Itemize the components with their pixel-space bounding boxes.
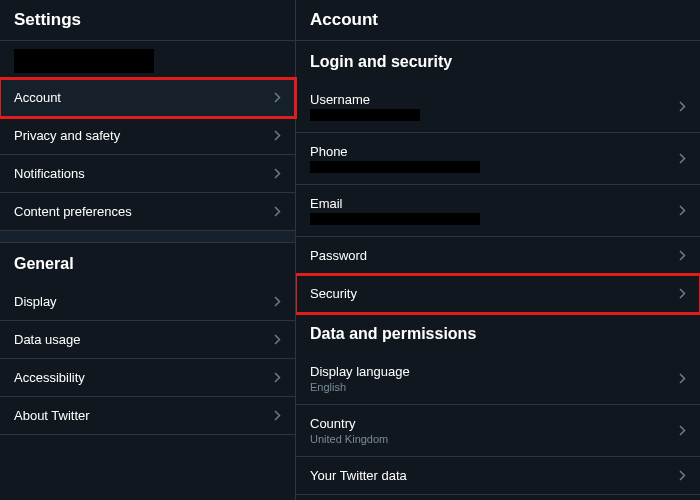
chevron-right-icon bbox=[274, 168, 281, 179]
row-display-language[interactable]: Display language English bbox=[296, 353, 700, 405]
sidebar-item-data-usage[interactable]: Data usage bbox=[0, 321, 295, 359]
sidebar-item-label: Privacy and safety bbox=[14, 128, 120, 143]
chevron-right-icon bbox=[679, 101, 686, 112]
general-title: General bbox=[0, 243, 295, 283]
row-content: Country United Kingdom bbox=[310, 416, 388, 445]
row-country[interactable]: Country United Kingdom bbox=[296, 405, 700, 457]
row-label: Password bbox=[310, 248, 367, 263]
row-content: Username bbox=[310, 92, 420, 121]
chevron-right-icon bbox=[274, 334, 281, 345]
row-security[interactable]: Security bbox=[296, 275, 700, 313]
sidebar-item-label: Accessibility bbox=[14, 370, 85, 385]
sidebar-item-accessibility[interactable]: Accessibility bbox=[0, 359, 295, 397]
row-username[interactable]: Username bbox=[296, 81, 700, 133]
chevron-right-icon bbox=[274, 410, 281, 421]
row-label: Your Twitter data bbox=[310, 468, 407, 483]
chevron-right-icon bbox=[679, 205, 686, 216]
redacted-value bbox=[310, 109, 420, 121]
row-content: Display language English bbox=[310, 364, 410, 393]
chevron-right-icon bbox=[679, 153, 686, 164]
chevron-right-icon bbox=[274, 296, 281, 307]
row-your-twitter-data[interactable]: Your Twitter data bbox=[296, 457, 700, 495]
row-phone[interactable]: Phone bbox=[296, 133, 700, 185]
section-gap bbox=[0, 231, 295, 243]
sidebar-item-privacy[interactable]: Privacy and safety bbox=[0, 117, 295, 155]
row-sub: English bbox=[310, 381, 410, 393]
row-content: Email bbox=[310, 196, 480, 225]
redacted-value bbox=[310, 161, 480, 173]
row-label: Username bbox=[310, 92, 420, 107]
chevron-right-icon bbox=[679, 373, 686, 384]
sidebar-item-content-preferences[interactable]: Content preferences bbox=[0, 193, 295, 231]
sidebar-item-label: About Twitter bbox=[14, 408, 90, 423]
chevron-right-icon bbox=[679, 288, 686, 299]
sidebar-item-label: Display bbox=[14, 294, 57, 309]
sidebar-item-label: Content preferences bbox=[14, 204, 132, 219]
row-label: Email bbox=[310, 196, 480, 211]
settings-title: Settings bbox=[0, 0, 295, 41]
sidebar-item-label: Data usage bbox=[14, 332, 81, 347]
row-password[interactable]: Password bbox=[296, 237, 700, 275]
row-content: Phone bbox=[310, 144, 480, 173]
row-label: Display language bbox=[310, 364, 410, 379]
account-panel: Account Login and security Username Phon… bbox=[296, 0, 700, 500]
chevron-right-icon bbox=[679, 425, 686, 436]
chevron-right-icon bbox=[679, 250, 686, 261]
row-label: Country bbox=[310, 416, 388, 431]
row-apps-sessions[interactable]: Apps and sessions bbox=[296, 495, 700, 500]
panel-title: Account bbox=[296, 0, 700, 41]
sidebar-item-display[interactable]: Display bbox=[0, 283, 295, 321]
row-label: Security bbox=[310, 286, 357, 301]
row-email[interactable]: Email bbox=[296, 185, 700, 237]
sidebar-item-account[interactable]: Account bbox=[0, 79, 295, 117]
row-label: Phone bbox=[310, 144, 480, 159]
login-security-title: Login and security bbox=[296, 41, 700, 81]
chevron-right-icon bbox=[274, 372, 281, 383]
sidebar-item-label: Notifications bbox=[14, 166, 85, 181]
data-permissions-title: Data and permissions bbox=[296, 313, 700, 353]
chevron-right-icon bbox=[274, 92, 281, 103]
redacted-account bbox=[14, 49, 154, 73]
sidebar-item-notifications[interactable]: Notifications bbox=[0, 155, 295, 193]
sidebar-item-about[interactable]: About Twitter bbox=[0, 397, 295, 435]
row-sub: United Kingdom bbox=[310, 433, 388, 445]
chevron-right-icon bbox=[679, 470, 686, 481]
sidebar-item-label: Account bbox=[14, 90, 61, 105]
redacted-value bbox=[310, 213, 480, 225]
settings-sidebar: Settings Account Privacy and safety Noti… bbox=[0, 0, 296, 500]
chevron-right-icon bbox=[274, 206, 281, 217]
chevron-right-icon bbox=[274, 130, 281, 141]
